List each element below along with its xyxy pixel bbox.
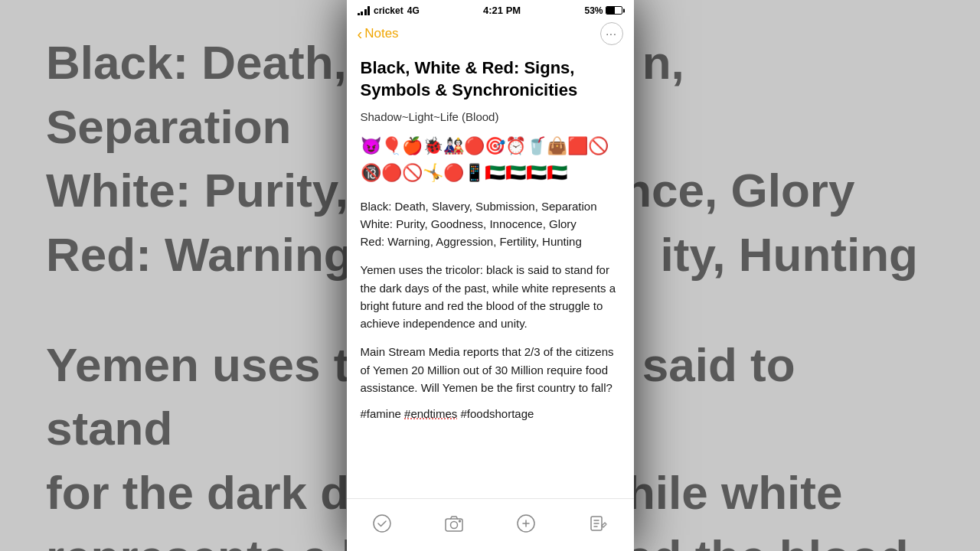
edit-button[interactable] [581, 507, 615, 540]
more-button[interactable]: ··· [600, 22, 623, 45]
check-button[interactable] [365, 507, 399, 540]
note-hashtags: #famine #endtimes #foodshortage [361, 407, 620, 420]
compose-icon [516, 514, 536, 533]
time-label: 4:21 PM [483, 5, 521, 16]
svg-point-2 [451, 522, 458, 529]
check-icon [372, 514, 392, 533]
nav-bar: ‹ Notes ··· [347, 19, 634, 51]
status-bar: cricket 4G 4:21 PM 53% [347, 0, 634, 19]
back-button[interactable]: ‹ Notes [358, 26, 399, 41]
note-subtitle: Shadow~Light~Life (Blood) [361, 110, 620, 123]
signal-icon [358, 6, 371, 15]
network-label: 4G [407, 5, 420, 16]
battery-percent-label: 53% [584, 5, 603, 16]
note-title: Black, White & Red: Signs, Symbols & Syn… [361, 57, 620, 101]
status-right: 53% [584, 5, 622, 16]
chevron-left-icon: ‹ [358, 26, 363, 41]
edit-icon [588, 514, 608, 533]
hashtag-endtimes: #endtimes [404, 407, 457, 420]
note-paragraph-2: Yemen uses the tricolor: black is said t… [361, 261, 620, 332]
compose-button[interactable] [509, 507, 543, 540]
more-icon: ··· [606, 28, 617, 40]
phone-frame: cricket 4G 4:21 PM 53% ‹ Notes ··· Black… [347, 0, 634, 551]
note-emojis: 😈🎈🍎🐞🎎🔴🎯⏰🥤👜🟥🚫 🔞🔴🚫🤸🔴📱🇦🇪🇦🇪🇦🇪🇦🇪 [361, 132, 620, 186]
hashtag-foodshortage: #foodshortage [457, 407, 534, 420]
camera-icon [444, 514, 464, 533]
battery-icon [606, 6, 622, 15]
note-paragraph-1: Black: Death, Slavery, Submission, Separ… [361, 197, 620, 251]
camera-button[interactable] [437, 507, 471, 540]
back-label[interactable]: Notes [364, 26, 398, 41]
svg-point-3 [459, 520, 461, 522]
status-left: cricket 4G [358, 5, 420, 16]
carrier-label: cricket [374, 5, 403, 16]
bottom-toolbar [347, 498, 634, 551]
svg-point-0 [374, 515, 390, 532]
note-content[interactable]: Black, White & Red: Signs, Symbols & Syn… [347, 51, 634, 498]
note-paragraph-3: Main Stream Media reports that 2/3 of th… [361, 343, 620, 396]
hashtag-famine: #famine [361, 407, 405, 420]
